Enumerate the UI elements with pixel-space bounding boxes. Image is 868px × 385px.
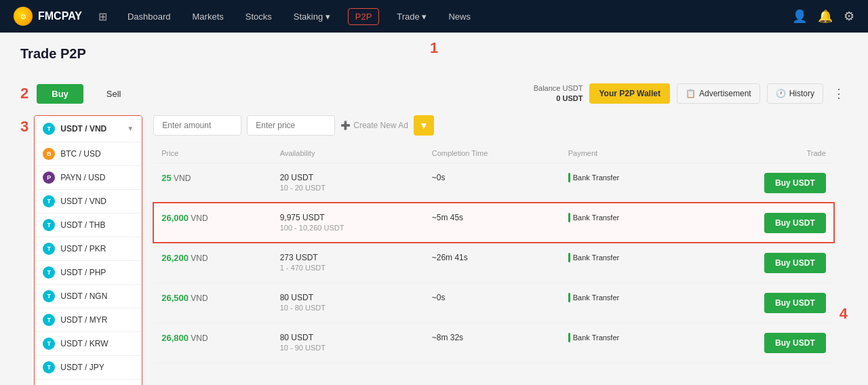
payment-label: Bank Transfer	[573, 214, 619, 222]
nav-dashboard[interactable]: Dashboard	[123, 9, 175, 24]
avail-primary: 273 USDT	[280, 253, 416, 262]
sidebar-item-usdt-pkr[interactable]: T USDT / PKR	[35, 237, 142, 261]
label-4: 4	[840, 305, 848, 323]
buy-button[interactable]: Buy	[37, 84, 83, 104]
selected-label: USDT / VND	[60, 124, 106, 134]
sidebar-item-usdt-thb[interactable]: T USDT / THB	[35, 214, 142, 237]
navbar: ⊙ FMCPAY ⊞ Dashboard Markets Stocks Stak…	[0, 0, 868, 33]
buy-usdt-button[interactable]: Buy USDT	[764, 173, 826, 193]
settings-icon[interactable]: ⚙	[844, 9, 854, 24]
price-value: 26,500	[161, 293, 189, 303]
payment-cell: Bank Transfer	[560, 243, 688, 283]
sidebar-item-usdt-vnd2[interactable]: T USDT / VND	[35, 190, 142, 214]
trade-cell: Buy USDT	[687, 163, 833, 203]
payment-badge: Bank Transfer	[568, 253, 619, 262]
usdt-jpy-icon: T	[43, 361, 55, 373]
sidebar-item-payn[interactable]: P PAYN / USD	[35, 166, 142, 190]
sidebar-item-usdt-ngn[interactable]: T USDT / NGN	[35, 285, 142, 308]
payment-bar-icon	[568, 293, 570, 302]
usdt-vnd2-icon: T	[43, 195, 55, 207]
nav-markets[interactable]: Markets	[189, 9, 228, 24]
avail-secondary: 1 - 470 USDT	[280, 264, 416, 272]
availability-cell: 80 USDT 10 - 90 USDT	[272, 323, 424, 363]
col-completion-time: Completion Time	[424, 144, 560, 163]
buy-usdt-button[interactable]: Buy USDT	[764, 253, 826, 273]
payn-icon: P	[43, 171, 55, 184]
usdt-pkr-label: USDT / PKR	[60, 244, 106, 254]
filter-row: ➕ Create New Ad ▼	[153, 115, 834, 136]
trade-cell: Buy USDT	[687, 283, 833, 323]
usdt-thb-icon: T	[43, 219, 55, 231]
amount-input[interactable]	[153, 115, 241, 136]
buy-usdt-button[interactable]: Buy USDT	[764, 213, 826, 233]
price-cell: 26,800 VND	[153, 323, 271, 363]
more-button[interactable]: ⋮	[830, 83, 848, 104]
payment-badge: Bank Transfer	[568, 333, 619, 342]
sidebar-item-usdt-inr[interactable]: T USDT / INR	[35, 380, 142, 385]
payment-label: Bank Transfer	[573, 174, 619, 182]
availability-cell: 9,975 USDT 100 - 10,260 USDT	[272, 203, 424, 243]
trade-table: Price Availability Completion Time Payme…	[153, 144, 834, 363]
usdt-jpy-label: USDT / JPY	[60, 363, 104, 372]
filter-button[interactable]: ▼	[414, 115, 434, 136]
availability-cell: 20 USDT 10 - 20 USDT	[272, 163, 424, 203]
price-currency: VND	[191, 254, 208, 263]
history-label: History	[789, 89, 814, 98]
sidebar-item-usdt-krw[interactable]: T USDT / KRW	[35, 332, 142, 356]
price-currency: VND	[191, 293, 208, 303]
history-button[interactable]: 🕐 History	[767, 83, 823, 104]
price-cell: 26,200 VND	[153, 243, 271, 283]
time-cell: ~0s	[424, 283, 560, 323]
content-area: 3 T USDT / VND ▼ B BTC / USD P PAYN / US…	[20, 115, 848, 385]
sidebar-item-usdt-jpy[interactable]: T USDT / JPY	[35, 356, 142, 380]
bell-icon[interactable]: 🔔	[818, 9, 833, 24]
usdt-myr-label: USDT / MYR	[60, 315, 107, 325]
sidebar-item-btc[interactable]: B BTC / USD	[35, 142, 142, 166]
payment-bar-icon	[568, 333, 570, 342]
nav-news[interactable]: News	[444, 9, 475, 24]
brand: ⊙ FMCPAY	[14, 7, 82, 26]
nav-p2p[interactable]: P2P	[348, 8, 380, 25]
nav-staking[interactable]: Staking ▾	[290, 9, 334, 24]
advertisement-button[interactable]: 📋 Advertisement	[677, 83, 760, 104]
grid-icon[interactable]: ⊞	[98, 10, 107, 23]
nav-right: 👤 🔔 ⚙	[792, 9, 854, 24]
sidebar-item-usdt-php[interactable]: T USDT / PHP	[35, 261, 142, 285]
payment-cell: Bank Transfer	[560, 163, 688, 203]
ad-label: Advertisement	[699, 89, 751, 98]
create-ad-button[interactable]: ➕ Create New Ad	[340, 121, 408, 130]
usdt-php-icon: T	[43, 266, 55, 279]
col-trade: Trade	[687, 144, 833, 163]
usdt-ngn-label: USDT / NGN	[60, 291, 107, 301]
label-1: 1	[430, 39, 438, 56]
sidebar-item-usdt-myr[interactable]: T USDT / MYR	[35, 308, 142, 332]
payment-cell: Bank Transfer	[560, 283, 688, 323]
sell-button[interactable]: Sell	[92, 84, 136, 104]
buy-usdt-button[interactable]: Buy USDT	[764, 333, 826, 353]
table-header: Price Availability Completion Time Payme…	[153, 144, 834, 163]
label-3: 3	[20, 118, 28, 136]
usdt-pkr-icon: T	[43, 243, 55, 255]
usdt-thb-label: USDT / THB	[60, 220, 105, 230]
trade-cell: Buy USDT	[687, 243, 833, 283]
price-cell: 26,500 VND	[153, 283, 271, 323]
price-cell: 26,000 VND	[153, 203, 271, 243]
col-availability: Availability	[272, 144, 424, 163]
sidebar-selected[interactable]: T USDT / VND ▼	[35, 116, 142, 142]
wallet-button[interactable]: Your P2P Wallet	[589, 83, 669, 104]
nav-stocks[interactable]: Stocks	[241, 9, 276, 24]
payment-badge: Bank Transfer	[568, 293, 619, 302]
buy-usdt-button[interactable]: Buy USDT	[764, 293, 826, 313]
avail-secondary: 100 - 10,260 USDT	[280, 224, 416, 232]
price-input[interactable]	[247, 115, 335, 136]
price-value: 26,200	[161, 253, 189, 263]
payment-label: Bank Transfer	[573, 254, 619, 262]
payment-badge: Bank Transfer	[568, 173, 619, 182]
time-cell: ~0s	[424, 163, 560, 203]
payment-bar-icon	[568, 213, 570, 222]
user-icon[interactable]: 👤	[792, 9, 807, 24]
table-body: 25 VND 20 USDT 10 - 20 USDT ~0s Bank Tra…	[153, 163, 834, 363]
avail-primary: 80 USDT	[280, 333, 416, 342]
usdt-ngn-icon: T	[43, 290, 55, 302]
nav-trade[interactable]: Trade ▾	[393, 9, 431, 24]
